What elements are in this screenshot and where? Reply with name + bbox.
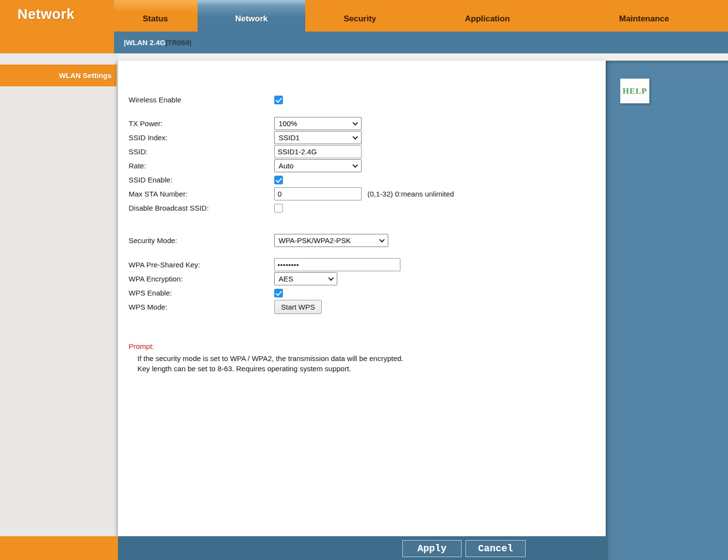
chevron-down-icon	[352, 120, 358, 125]
subnav-item-wlan-2-4g[interactable]: WLAN 2.4G	[126, 38, 165, 47]
rate-control: Auto	[274, 159, 362, 172]
cancel-button[interactable]: Cancel	[465, 540, 526, 557]
security-mode-value: WPA-PSK/WPA2-PSK	[279, 236, 351, 245]
wpa-encryption-value: AES	[279, 275, 293, 283]
tab-application[interactable]: Application	[414, 0, 560, 32]
tab-status[interactable]: Status	[113, 0, 198, 32]
disable-broadcast-ssid-checkbox[interactable]	[274, 204, 283, 213]
tab-maintenance[interactable]: Maintenance	[560, 0, 728, 32]
wps-mode-control: Start WPS	[274, 300, 322, 314]
rate-label: Rate:	[129, 162, 274, 170]
apply-button[interactable]: Apply	[402, 540, 462, 557]
main-panel: Wireless EnableTX Power:100%SSID Index:S…	[118, 61, 606, 536]
wireless-enable-label: Wireless Enable	[129, 96, 274, 104]
row-wpa-pre-shared-key: WPA Pre-Shared Key:	[129, 258, 606, 272]
wlan-settings-form: Wireless EnableTX Power:100%SSID Index:S…	[129, 93, 606, 314]
row-wireless-enable: Wireless Enable	[129, 93, 606, 107]
row-tx-power: TX Power:100%	[129, 116, 606, 131]
tx-power-label: TX Power:	[129, 119, 274, 128]
wpa-pre-shared-key-input[interactable]	[274, 258, 400, 271]
footer-left-block	[0, 536, 118, 560]
rate-select[interactable]: Auto	[274, 159, 362, 172]
help-button[interactable]: HELP	[620, 79, 649, 103]
ssid-control	[274, 145, 362, 158]
row-ssid-enable: SSID Enable:	[129, 173, 606, 187]
wpa-encryption-control: AES	[274, 272, 337, 285]
row-ssid-index: SSID Index:SSID1	[129, 131, 606, 145]
chevron-down-icon	[379, 237, 384, 242]
subnav-separator: |	[189, 38, 191, 47]
disable-broadcast-ssid-control	[274, 204, 283, 213]
wpa-encryption-select[interactable]: AES	[274, 272, 337, 285]
help-panel: HELP	[606, 61, 728, 560]
chevron-down-icon	[352, 162, 358, 167]
rate-value: Auto	[279, 162, 294, 170]
wps-enable-label: WPS Enable:	[129, 289, 274, 297]
tab-network[interactable]: Network	[198, 0, 305, 32]
security-mode-control: WPA-PSK/WPA2-PSK	[274, 234, 388, 247]
footer-bar: Apply Cancel	[118, 536, 607, 560]
security-mode-select[interactable]: WPA-PSK/WPA2-PSK	[274, 234, 388, 247]
tab-security[interactable]: Security	[305, 0, 414, 32]
ssid-index-select[interactable]: SSID1	[274, 131, 362, 144]
row-max-sta-number: Max STA Number:(0,1-32) 0:means unlimite…	[129, 187, 606, 201]
max-sta-number-control	[274, 187, 362, 200]
wps-mode-label: WPS Mode:	[129, 303, 274, 311]
ssid-enable-control	[274, 176, 283, 184]
wpa-pre-shared-key-label: WPA Pre-Shared Key:	[129, 261, 274, 269]
sidebar: WLAN Settings	[0, 53, 118, 536]
chevron-down-icon	[352, 134, 358, 139]
ssid-enable-checkbox[interactable]	[274, 176, 283, 184]
page-title: Network	[17, 6, 75, 22]
prompt-title: Prompt:	[129, 342, 606, 350]
ssid-index-value: SSID1	[279, 133, 299, 142]
chevron-down-icon	[328, 275, 333, 280]
disable-broadcast-ssid-label: Disable Broadcast SSID:	[129, 204, 274, 212]
subnav-bar: |WLAN 2.4G|TR069|	[114, 32, 728, 53]
ssid-index-control: SSID1	[274, 131, 362, 144]
tx-power-select[interactable]: 100%	[274, 117, 362, 130]
wps-mode-button[interactable]: Start WPS	[274, 300, 322, 314]
wps-enable-control	[274, 289, 283, 297]
row-wpa-encryption: WPA Encryption:AES	[129, 272, 606, 286]
security-mode-label: Security Mode:	[129, 236, 274, 245]
max-sta-number-label: Max STA Number:	[129, 190, 274, 198]
ssid-label: SSID:	[129, 148, 274, 156]
ssid-input[interactable]	[274, 145, 362, 158]
row-disable-broadcast-ssid: Disable Broadcast SSID:	[129, 201, 606, 215]
row-wps-enable: WPS Enable:	[129, 286, 606, 300]
subnav-item-tr069[interactable]: TR069	[167, 38, 189, 47]
max-sta-number-input[interactable]	[274, 187, 362, 200]
ssid-index-label: SSID Index:	[129, 133, 274, 142]
prompt-line: If the security mode is set to WPA / WPA…	[129, 353, 606, 363]
wpa-encryption-label: WPA Encryption:	[129, 275, 274, 283]
max-sta-number-hint: (0,1-32) 0:means unlimited	[367, 190, 454, 198]
tx-power-value: 100%	[279, 119, 297, 128]
wps-enable-checkbox[interactable]	[274, 289, 283, 297]
row-wps-mode: WPS Mode:Start WPS	[129, 300, 606, 314]
prompt-block: Prompt: If the security mode is set to W…	[129, 342, 606, 374]
tab-bar: StatusNetworkSecurityApplicationMaintena…	[113, 0, 728, 32]
tx-power-control: 100%	[274, 117, 362, 130]
prompt-line: Key length can be set to 8-63. Requires …	[129, 363, 606, 374]
wireless-enable-checkbox[interactable]	[274, 96, 283, 104]
header-left-block: Network	[0, 0, 114, 53]
row-security-mode: Security Mode:WPA-PSK/WPA2-PSK	[129, 233, 606, 247]
wpa-pre-shared-key-control	[274, 258, 400, 271]
row-ssid: SSID:	[129, 145, 606, 159]
row-rate: Rate:Auto	[129, 159, 606, 173]
ssid-enable-label: SSID Enable:	[129, 176, 274, 184]
wireless-enable-control	[274, 96, 283, 104]
router-admin-page: StatusNetworkSecurityApplicationMaintena…	[0, 0, 728, 560]
sidebar-item-wlan-settings[interactable]: WLAN Settings	[0, 65, 116, 86]
